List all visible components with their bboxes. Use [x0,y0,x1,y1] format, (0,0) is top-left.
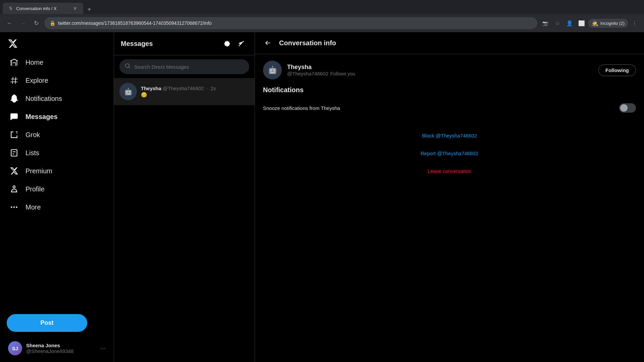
conversation-info-panel: Conversation info 🤖 Theysha @Theysha7466… [255,32,644,362]
incognito-label: Incognito (2) [600,21,625,26]
sidebar-item-label-more: More [25,203,41,211]
block-user-link[interactable]: Block @Theysha746602 [263,127,636,144]
lists-icon [9,148,19,158]
sidebar-item-notifications[interactable]: Notifications [4,90,110,107]
toggle-knob [620,104,628,112]
incognito-icon: 🕵 [592,20,598,26]
conversation-list: 🤖 Theysha @Theysha746602 · 2s 😊 [114,78,255,362]
user-display-name: Sheena Jones [26,343,97,348]
tab-close-button[interactable]: ✕ [72,6,78,11]
messages-icon [9,112,19,121]
reload-button[interactable]: ↻ [31,18,42,28]
lock-icon: 🔒 [50,20,55,26]
follows-you-badge: Follows you [330,71,355,76]
user-handle: @SheenaJone49348 [26,348,97,354]
sidebar-item-label-notifications: Notifications [25,95,62,103]
sidebar-item-label-explore: Explore [25,77,48,84]
compose-message-button[interactable] [236,38,248,50]
sidebar-item-label-home: Home [25,59,43,66]
sidebar-item-label-grok: Grok [25,131,40,139]
search-input[interactable] [134,64,244,70]
back-button[interactable] [262,37,274,49]
messages-header: Messages [114,32,255,55]
action-links: Block @Theysha746602 Report @Theysha7466… [255,122,644,185]
conversation-timestamp: 2s [211,85,216,91]
messages-panel: Messages 🤖 [114,32,255,362]
sidebar-item-explore[interactable]: Explore [4,72,110,89]
premium-icon [9,166,19,176]
tab-favicon: 𝕏 [8,6,13,11]
snooze-toggle[interactable] [619,103,636,113]
more-icon [9,202,19,212]
sidebar-item-grok[interactable]: Grok [4,126,110,143]
user-profile-section[interactable]: SJ Sheena Jones @SheenaJone49348 ··· [4,337,110,359]
profile-icon[interactable]: 👤 [564,18,575,28]
browser-tab[interactable]: 𝕏 Conversation info / X ✕ [3,3,83,14]
conversation-item[interactable]: 🤖 Theysha @Theysha746602 · 2s 😊 [114,78,255,105]
sidebar-toggle-icon[interactable]: ⬜ [576,18,587,28]
conversation-info-avatar: 🤖 [263,61,282,79]
messages-settings-button[interactable] [221,38,233,50]
user-info: Sheena Jones @SheenaJone49348 [26,343,97,354]
sidebar-nav: Home Explore Notifications Messages [4,54,110,309]
sidebar-item-premium[interactable]: Premium [4,162,110,180]
explore-icon [9,76,19,85]
sidebar-item-more[interactable]: More [4,198,110,216]
snooze-notifications-row: Snooze notifications from Theysha [263,99,636,117]
conversation-user-handle: @Theysha746602 [287,71,328,76]
grok-icon [9,130,19,139]
conversation-preview: 😊 [141,92,249,98]
messages-title: Messages [121,40,153,48]
url-text: twitter.com/messages/173818518763960544-… [58,20,212,26]
conversation-info-header: Conversation info [255,32,644,54]
camera-off-icon: 📷 [540,18,551,28]
avatar: SJ [8,341,22,355]
conversation-avatar: 🤖 [119,83,137,100]
app-container: Home Explore Notifications Messages [0,32,644,362]
conversation-profile-section: 🤖 Theysha @Theysha746602 Follows you Fol… [255,54,644,86]
conversation-name: Theysha [141,85,161,91]
following-button[interactable]: Following [598,64,636,76]
notifications-section: Notifications Snooze notifications from … [255,86,644,117]
incognito-badge[interactable]: 🕵 Incognito (2) [588,19,628,28]
profile-nav-icon [9,184,19,194]
post-button[interactable]: Post [7,314,87,332]
address-bar[interactable]: 🔒 twitter.com/messages/17381851876396054… [44,17,537,29]
snooze-notifications-label: Snooze notifications from Theysha [263,105,340,111]
sidebar-item-label-messages: Messages [25,113,58,121]
tab-title: Conversation info / X [16,6,57,11]
search-bar[interactable] [119,59,249,74]
sidebar-item-home[interactable]: Home [4,54,110,71]
sidebar-logo[interactable] [4,35,21,52]
sidebar-item-profile[interactable]: Profile [4,180,110,198]
search-icon [125,63,131,71]
leave-conversation-link[interactable]: Leave conversation [263,163,636,179]
sidebar-item-label-premium: Premium [25,167,52,175]
browser-chrome: 𝕏 Conversation info / X ✕ + ← → ↻ 🔒 twit… [0,0,644,32]
conversation-user-name: Theysha [287,64,312,71]
report-user-link[interactable]: Report @Theysha746602 [263,145,636,162]
sidebar-item-messages[interactable]: Messages [4,108,110,125]
conversation-handle: @Theysha746602 [163,85,204,91]
bookmark-icon[interactable]: ☆ [552,18,563,28]
forward-button[interactable]: → [17,18,28,28]
browser-menu-icon[interactable]: ⋮ [629,18,640,28]
notifications-title: Notifications [263,86,636,94]
new-tab-button[interactable]: + [85,5,94,14]
sidebar-item-label-lists: Lists [25,149,39,157]
sidebar: Home Explore Notifications Messages [0,32,114,362]
conversation-info-title: Conversation info [279,39,336,47]
sidebar-item-label-profile: Profile [25,185,45,193]
notifications-icon [9,94,19,103]
home-icon [9,58,19,67]
back-button[interactable]: ← [4,18,15,28]
conversation-time: · [207,85,208,91]
conversation-content: Theysha @Theysha746602 · 2s 😊 [141,85,249,98]
header-actions [221,38,248,50]
sidebar-item-lists[interactable]: Lists [4,144,110,162]
conversation-info-user: Theysha @Theysha746602 Follows you [287,64,593,76]
user-menu-icon[interactable]: ··· [101,345,106,352]
